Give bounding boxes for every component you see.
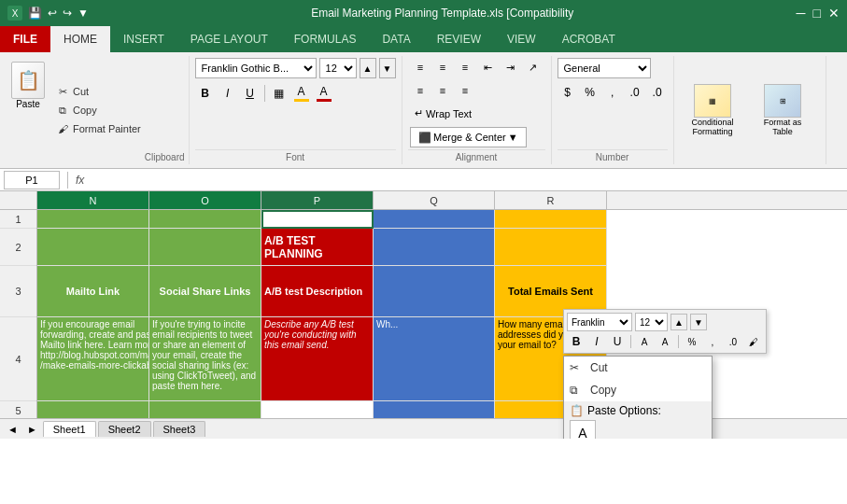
format-as-table-button[interactable]: ⊞ Format as Table <box>750 80 816 140</box>
font-size-select[interactable]: 12 <box>319 58 357 78</box>
percent-btn[interactable]: % <box>580 83 600 102</box>
cell-N4[interactable]: If you encourage email forwarding, creat… <box>37 317 149 401</box>
tab-view[interactable]: VIEW <box>494 26 549 52</box>
mini-font-decrease[interactable]: ▼ <box>690 314 707 330</box>
align-top-left[interactable]: ≡ <box>410 58 431 77</box>
cell-R1[interactable] <box>495 210 607 229</box>
decrease-indent[interactable]: ⇤ <box>477 58 498 77</box>
sheet-tab-3[interactable]: Sheet3 <box>153 421 206 437</box>
cell-Q2[interactable] <box>374 229 495 266</box>
wrap-text-button[interactable]: ↵ Wrap Text <box>410 105 476 122</box>
cut-button[interactable]: ✂ Cut <box>52 83 145 100</box>
cell-N1[interactable] <box>37 210 149 229</box>
mini-font-increase[interactable]: ▲ <box>671 314 687 330</box>
align-right[interactable]: ≡ <box>455 81 475 100</box>
mini-comma-btn[interactable]: , <box>703 333 722 350</box>
tab-file[interactable]: FILE <box>0 26 50 52</box>
col-header-P[interactable]: P <box>261 191 374 209</box>
decimal-increase-btn[interactable]: .0 <box>625 83 645 102</box>
cell-P3[interactable]: A/B test Description <box>261 266 374 317</box>
font-size-increase[interactable]: ▲ <box>360 58 376 78</box>
increase-indent[interactable]: ⇥ <box>500 58 520 77</box>
comma-btn[interactable]: , <box>602 83 623 102</box>
format-painter-button[interactable]: 🖌 Format Painter <box>52 120 145 137</box>
quick-access-save[interactable]: 💾 <box>28 7 42 20</box>
sheet-nav-right[interactable]: ► <box>23 424 41 435</box>
cell-N3[interactable]: Mailto Link <box>37 266 149 317</box>
quick-access-more[interactable]: ▼ <box>78 7 89 20</box>
row-header-1[interactable]: 1 <box>0 210 36 229</box>
bold-button[interactable]: B <box>195 83 216 104</box>
row-header-3[interactable]: 3 <box>0 266 36 317</box>
cell-Q5[interactable] <box>374 401 495 420</box>
align-top-center[interactable]: ≡ <box>432 58 453 77</box>
cell-P1[interactable] <box>261 210 374 229</box>
mini-italic-btn[interactable]: I <box>587 333 606 350</box>
tab-acrobat[interactable]: ACROBAT <box>549 26 628 52</box>
col-header-O[interactable]: O <box>149 191 261 209</box>
font-name-select[interactable]: Franklin Gothic B... <box>195 58 317 78</box>
tab-formulas[interactable]: FORMULAS <box>281 26 370 52</box>
row-header-4[interactable]: 4 <box>0 317 36 401</box>
name-box[interactable] <box>4 171 60 189</box>
sheet-tab-2[interactable]: Sheet2 <box>98 421 151 437</box>
tab-insert[interactable]: INSERT <box>110 26 177 52</box>
cell-P2[interactable]: A/B TEST PLANNING <box>261 229 374 266</box>
cell-P5[interactable] <box>261 401 374 420</box>
font-color-button[interactable]: A <box>314 83 334 104</box>
row-header-5[interactable]: 5 <box>0 401 36 420</box>
formula-input[interactable] <box>88 174 843 187</box>
col-header-Q[interactable]: Q <box>374 191 495 209</box>
decimal-decrease-btn[interactable]: .0 <box>647 83 668 102</box>
cell-Q3[interactable] <box>374 266 495 317</box>
merge-dropdown-icon[interactable]: ▼ <box>508 132 518 143</box>
cell-N5[interactable] <box>37 401 149 420</box>
merge-center-button[interactable]: ⬛ Merge & Center ▼ <box>410 127 527 147</box>
cell-Q1[interactable] <box>374 210 495 229</box>
italic-button[interactable]: I <box>218 83 238 104</box>
quick-access-undo[interactable]: ↩ <box>48 7 57 20</box>
maximize-btn[interactable]: □ <box>813 6 821 21</box>
close-btn[interactable]: ✕ <box>828 6 840 21</box>
underline-button[interactable]: U <box>240 83 261 104</box>
quick-access-redo[interactable]: ↪ <box>63 7 72 20</box>
context-copy[interactable]: ⧉ Copy <box>564 379 712 401</box>
cell-N2[interactable] <box>37 229 149 266</box>
mini-font-select[interactable]: Franklin <box>567 313 632 331</box>
fill-color-button[interactable]: A <box>291 83 312 104</box>
col-header-N[interactable]: N <box>37 191 149 209</box>
minimize-btn[interactable]: ─ <box>797 6 806 21</box>
cell-O4[interactable]: If you're trying to incite email recipie… <box>149 317 261 401</box>
tab-review[interactable]: REVIEW <box>424 26 494 52</box>
mini-fontsize-select[interactable]: 12 <box>635 313 668 331</box>
align-left[interactable]: ≡ <box>410 81 431 100</box>
context-cut[interactable]: ✂ Cut <box>564 357 712 379</box>
cell-R2[interactable] <box>495 229 607 266</box>
tab-home[interactable]: HOME <box>50 26 110 52</box>
cell-O1[interactable] <box>149 210 261 229</box>
row-header-2[interactable]: 2 <box>0 229 36 266</box>
mini-bold-btn[interactable]: B <box>567 333 586 350</box>
mini-percent-btn[interactable]: % <box>683 333 701 350</box>
copy-button[interactable]: ⧉ Copy <box>52 102 145 119</box>
cell-P4[interactable]: Describe any A/B test you're conducting … <box>261 317 374 401</box>
mini-paint-btn[interactable]: 🖌 <box>744 333 763 350</box>
cell-O3[interactable]: Social Share Links <box>149 266 261 317</box>
text-direction[interactable]: ↗ <box>522 58 543 77</box>
border-button[interactable]: ▦ <box>269 83 289 104</box>
number-format-select[interactable]: General <box>558 58 651 78</box>
align-top-right[interactable]: ≡ <box>455 58 475 77</box>
sheet-tab-1[interactable]: Sheet1 <box>43 421 96 437</box>
paste-option-1[interactable]: A <box>570 420 596 439</box>
currency-btn[interactable]: $ <box>558 83 578 102</box>
paste-button[interactable]: 📋 Paste <box>4 58 52 162</box>
mini-underline-btn[interactable]: U <box>608 333 627 350</box>
cell-O5[interactable] <box>149 401 261 420</box>
mini-decimal-btn[interactable]: .0 <box>724 333 742 350</box>
tab-data[interactable]: DATA <box>369 26 423 52</box>
sheet-nav-left[interactable]: ◄ <box>4 424 21 435</box>
font-size-decrease[interactable]: ▼ <box>379 58 396 78</box>
cell-O2[interactable] <box>149 229 261 266</box>
col-header-R[interactable]: R <box>495 191 607 209</box>
tab-page-layout[interactable]: PAGE LAYOUT <box>177 26 281 52</box>
